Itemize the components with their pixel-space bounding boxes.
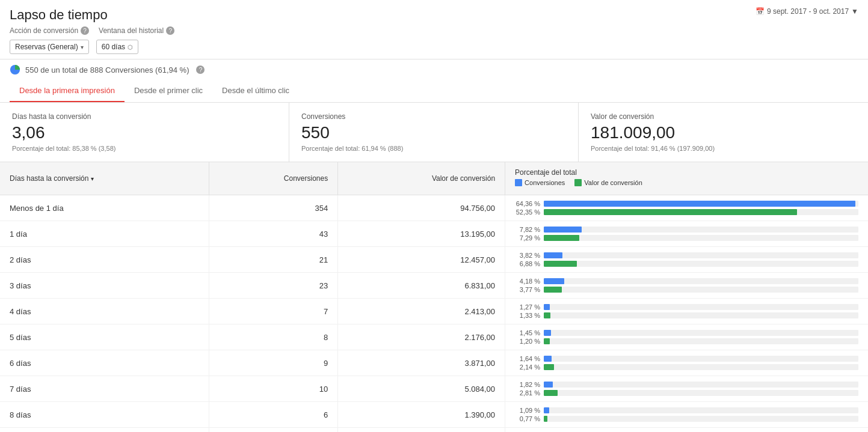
cell-label: 8 días — [0, 402, 209, 428]
bar-fill-conv — [544, 252, 562, 258]
bar-group: 64,36 % 52,35 % — [515, 200, 858, 216]
cell-conversiones: 9 — [209, 350, 338, 376]
bar-pct-val: 6,88 % — [515, 260, 540, 267]
bar-fill-conv — [544, 201, 855, 207]
metric-valor-label: Valor de conversión — [591, 112, 856, 121]
bar-track-val — [544, 338, 858, 344]
cell-bars: 1,09 % 0,77 % — [505, 402, 868, 428]
tab-primera-impresion[interactable]: Desde la primera impresión — [10, 80, 125, 102]
bar-track-conv — [544, 227, 858, 233]
bar-track-val — [544, 209, 858, 215]
bar-pct-val: 7,29 % — [515, 234, 540, 242]
bar-row-val: 3,77 % — [515, 286, 858, 293]
cell-conversiones: 8 — [209, 324, 338, 350]
ventana-help-icon[interactable]: ? — [166, 26, 174, 35]
tab-ultimo-clic[interactable]: Desde el último clic — [212, 80, 299, 102]
cell-valor: 3.871,00 — [338, 350, 505, 376]
bar-pct-conv: 7,82 % — [515, 226, 540, 233]
cell-conversiones: 10 — [209, 376, 338, 402]
tab-primer-clic[interactable]: Desde el primer clic — [125, 80, 212, 102]
cell-conversiones: 21 — [209, 247, 338, 273]
bar-fill-val — [544, 235, 579, 241]
bar-track-val — [544, 364, 858, 370]
legend-green-dot — [574, 179, 582, 186]
cell-bars: 3,82 % 6,88 % — [505, 247, 868, 273]
bar-fill-val — [544, 416, 547, 422]
date-range[interactable]: 📅 9 sept. 2017 - 9 oct. 2017 ▼ — [756, 7, 858, 16]
bar-row-conv: 7,82 % — [515, 226, 858, 233]
table-row: Menos de 1 día 354 94.756,00 64,36 % 52,… — [0, 195, 868, 221]
metric-dias-label: Días hasta la conversión — [12, 112, 277, 121]
cell-conversiones: 6 — [209, 402, 338, 428]
cell-conversiones: 23 — [209, 273, 338, 299]
cell-valor: 12.457,00 — [338, 247, 505, 273]
table-row: 7 días 10 5.084,00 1,82 % 2,81 % — [0, 376, 868, 402]
bar-track-conv — [544, 407, 858, 413]
cell-label: 4 días — [0, 299, 209, 324]
cell-conversiones: 2 — [209, 428, 338, 433]
bar-row-val: 2,14 % — [515, 364, 858, 371]
table-row: 6 días 9 3.871,00 1,64 % 2,14 % — [0, 350, 868, 376]
dimension-dropdown[interactable]: Días hasta la conversión ▾ — [10, 174, 94, 183]
metric-dias-sub: Porcentaje del total: 85,38 % (3,58) — [12, 145, 277, 152]
cell-valor: 2.176,00 — [338, 324, 505, 350]
cell-bars: 1,64 % 2,14 % — [505, 350, 868, 376]
table-body: Menos de 1 día 354 94.756,00 64,36 % 52,… — [0, 195, 868, 433]
bar-pct-val: 0,77 % — [515, 415, 540, 422]
dropdowns-row: Reservas (General) ▾ 60 días ⬡ — [10, 40, 858, 54]
th-dimension[interactable]: Días hasta la conversión ▾ — [0, 162, 209, 195]
bar-group: 1,45 % 1,20 % — [515, 329, 858, 345]
cell-valor: 1.390,00 — [338, 402, 505, 428]
bar-pct-val: 3,77 % — [515, 286, 540, 293]
cell-bars: 4,18 % 3,77 % — [505, 273, 868, 299]
cell-valor: 2.413,00 — [338, 299, 505, 324]
date-range-text: 9 sept. 2017 - 9 oct. 2017 — [767, 7, 849, 16]
table-row: 4 días 7 2.413,00 1,27 % 1,33 % — [0, 299, 868, 324]
days-dropdown[interactable]: 60 días ⬡ — [96, 40, 138, 54]
bar-group: 3,82 % 6,88 % — [515, 252, 858, 267]
cell-label: 3 días — [0, 273, 209, 299]
bar-pct-conv: 64,36 % — [515, 200, 540, 207]
bar-track-val — [544, 235, 858, 241]
bar-track-conv — [544, 304, 858, 310]
bar-fill-val — [544, 209, 797, 215]
bar-track-conv — [544, 278, 858, 284]
bar-group: 1,27 % 1,33 % — [515, 303, 858, 319]
summary-text: 550 de un total de 888 Conversiones (61,… — [25, 65, 189, 75]
cell-label: 9 días — [0, 428, 209, 433]
th-porcentaje: Porcentaje del total Conversiones Valor … — [505, 162, 868, 195]
cell-valor: 5.084,00 — [338, 376, 505, 402]
metric-valor-sub: Porcentaje del total: 91,46 % (197.909,0… — [591, 145, 856, 152]
bar-pct-val: 52,35 % — [515, 208, 540, 216]
bar-row-conv: 1,45 % — [515, 329, 858, 336]
bar-row-conv: 3,82 % — [515, 252, 858, 259]
ventana-label: Ventana del historial ? — [99, 26, 174, 35]
cell-valor: 6.831,00 — [338, 273, 505, 299]
bar-pct-conv: 1,09 % — [515, 407, 540, 414]
cell-label: 1 día — [0, 221, 209, 247]
legend-valor: Valor de conversión — [574, 179, 642, 186]
bar-fill-conv — [544, 304, 550, 310]
bar-track-conv — [544, 252, 858, 258]
summary-help-icon[interactable]: ? — [196, 65, 205, 74]
summary-bar: 550 de un total de 888 Conversiones (61,… — [0, 59, 868, 80]
days-dropdown-arrow: ⬡ — [128, 44, 133, 50]
metric-conv-value: 550 — [301, 123, 566, 142]
cell-label: Menos de 1 día — [0, 195, 209, 221]
bar-track-val — [544, 416, 858, 422]
conversion-dropdown[interactable]: Reservas (General) ▾ — [10, 40, 89, 54]
accion-help-icon[interactable]: ? — [81, 26, 89, 35]
bar-row-val: 0,77 % — [515, 415, 858, 422]
tabs-container: Desde la primera impresión Desde el prim… — [0, 80, 868, 103]
cell-conversiones: 354 — [209, 195, 338, 221]
bar-row-val: 7,29 % — [515, 234, 858, 242]
bar-row-conv: 1,82 % — [515, 381, 858, 388]
bar-fill-conv — [544, 382, 553, 388]
bar-fill-val — [544, 261, 577, 267]
data-table: Días hasta la conversión ▾ Conversiones … — [0, 162, 868, 432]
bar-fill-val — [544, 338, 550, 344]
bar-fill-conv — [544, 330, 551, 336]
bar-track-val — [544, 390, 858, 396]
page-header: Lapso de tiempo Acción de conversión ? V… — [0, 0, 868, 59]
cell-label: 5 días — [0, 324, 209, 350]
